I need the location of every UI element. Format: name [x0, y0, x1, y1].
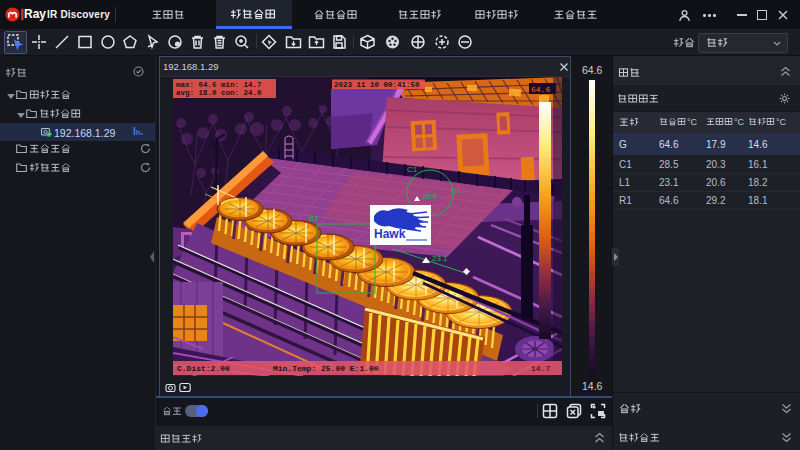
svg-text:C1: C1	[407, 165, 418, 174]
svg-text:28.5: 28.5	[423, 193, 437, 200]
svg-text:Min.Temp: 25.00 E:1.00: Min.Temp: 25.00 E:1.00	[273, 364, 379, 373]
svg-text:64.6: 64.6	[531, 85, 550, 94]
svg-text:2023 11 10 00:41:50: 2023 11 10 00:41:50	[334, 81, 420, 89]
svg-text:C1: C1	[451, 186, 462, 195]
svg-text:Hawk: Hawk	[374, 227, 406, 241]
svg-text:avg: 18.0 con: 24.0: avg: 18.0 con: 24.0	[176, 89, 262, 97]
svg-text:C.Dist:2.00: C.Dist:2.00	[177, 364, 230, 373]
svg-text:14.7: 14.7	[531, 364, 550, 373]
svg-text:B1: B1	[309, 214, 319, 223]
svg-text:max: 64.6 min: 14.7: max: 64.6 min: 14.7	[176, 81, 262, 89]
svg-text:23.1: 23.1	[432, 254, 448, 263]
